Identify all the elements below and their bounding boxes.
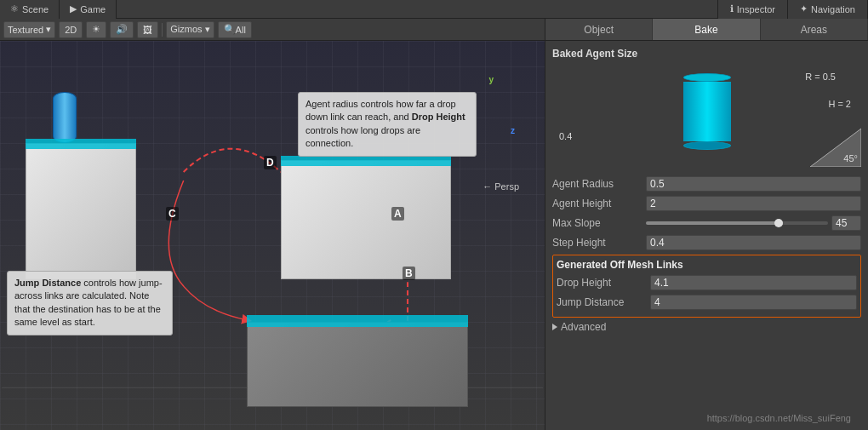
cyl-body [683, 82, 731, 141]
platform-bottom-top [247, 315, 468, 327]
step-height-row: Step Height 0.4 [552, 234, 861, 251]
platform-bottom [247, 322, 468, 407]
agent-height-row: Agent Height 2 [552, 195, 861, 212]
callout-top-bold: Drop Height [412, 112, 465, 122]
cylinder-object [53, 92, 77, 143]
scene-toolbar: Textured ▾ 2D ☀ 🔊 🖼 Gizmos ▾ 🔍 All [0, 19, 545, 41]
game-tab[interactable]: ▶ Game [60, 0, 117, 19]
2d-button[interactable]: 2D [59, 21, 83, 38]
platform-left [26, 143, 136, 279]
scene-tab[interactable]: ⚛ Scene [0, 0, 60, 19]
sun-button[interactable]: ☀ [86, 21, 106, 38]
inspector-tab[interactable]: ℹ Inspector [717, 0, 788, 19]
slider-thumb [774, 219, 783, 227]
navigation-tab-label: Navigation [811, 4, 855, 14]
max-slope-value[interactable]: 45 [831, 215, 861, 231]
drop-height-value[interactable]: 4.1 [650, 275, 857, 290]
platform-right-top [281, 156, 451, 166]
tab-areas[interactable]: Areas [761, 19, 868, 40]
agent-radius-label: Agent Radius [552, 178, 646, 190]
jump-distance-value[interactable]: 4 [650, 295, 857, 310]
audio-button[interactable]: 🔊 [110, 21, 134, 38]
agent-radius-row: Agent Radius 0.5 [552, 175, 861, 192]
offmesh-title: Generated Off Mesh Links [557, 259, 857, 271]
step-height-value[interactable]: 0.4 [646, 235, 861, 250]
jump-distance-row: Jump Distance 4 [557, 294, 857, 311]
jump-distance-label: Jump Distance [557, 296, 650, 308]
search-all[interactable]: 🔍 All [218, 21, 252, 38]
label-c: C [166, 207, 179, 221]
inspector-tab-label: Inspector [737, 4, 775, 14]
advanced-row[interactable]: Advanced [552, 321, 861, 333]
agent-h-label: H = 2 [828, 99, 851, 109]
scene-tab-icon: ⚛ [10, 3, 19, 14]
drop-height-label: Drop Height [557, 277, 650, 289]
max-slope-label: Max Slope [552, 217, 646, 229]
axis-y-label: y [488, 75, 494, 84]
gizmos-dropdown[interactable]: Gizmos ▾ [166, 21, 214, 38]
offmesh-section: Generated Off Mesh Links Drop Height 4.1… [552, 255, 861, 318]
max-slope-row: Max Slope 45 [552, 215, 861, 232]
agent-r-label: R = 0.5 [805, 72, 836, 82]
scene-content: y z ← Persp D C A B Agent radius control… [0, 41, 545, 430]
jump-distance-callout: Jump Distance controls how jump-across l… [7, 271, 173, 335]
label-a: A [391, 207, 404, 221]
navigation-tab[interactable]: ✦ Navigation [788, 0, 868, 19]
game-tab-label: Game [80, 4, 106, 14]
scene-tab-label: Scene [22, 4, 49, 14]
callout-top-text2: controls how long drops are connection. [306, 125, 420, 148]
gizmos-label: Gizmos ▾ [170, 24, 209, 35]
game-tab-icon: ▶ [70, 3, 77, 14]
jump-distance-bold: Jump Distance [14, 278, 81, 288]
label-b: B [403, 267, 415, 280]
agent-height-label: Agent Height [552, 198, 646, 209]
inspector-panel: Object Bake Areas Baked Agent Size 0.4 [545, 19, 868, 430]
textured-label: Textured [8, 25, 43, 35]
top-bar: ⚛ Scene ▶ Game ℹ Inspector ✦ Navigation [0, 0, 868, 19]
max-slope-container: 45 [646, 215, 861, 231]
agent-height-value[interactable]: 2 [646, 196, 861, 211]
step-height-label: Step Height [552, 237, 646, 249]
agent-left-value: 0.4 [559, 131, 572, 141]
inspector-content[interactable]: Baked Agent Size 0.4 R = 0.5 H = 2 [545, 41, 868, 430]
slope-angle-label: 45° [843, 153, 858, 163]
tab-bake[interactable]: Bake [653, 19, 760, 40]
main-content: Textured ▾ 2D ☀ 🔊 🖼 Gizmos ▾ 🔍 All [0, 19, 868, 430]
cyl-top [683, 73, 731, 82]
textured-dropdown[interactable]: Textured ▾ [3, 21, 55, 38]
textured-arrow: ▾ [46, 24, 51, 35]
agent-radius-value[interactable]: 0.5 [646, 176, 861, 192]
tab-object[interactable]: Object [545, 19, 653, 40]
drop-height-row: Drop Height 4.1 [557, 274, 857, 291]
platform-right [281, 160, 451, 279]
separator [162, 23, 163, 37]
advanced-label: Advanced [561, 321, 606, 333]
scene-3d[interactable]: y z ← Persp D C A B Agent radius control… [0, 41, 545, 430]
cyl-bottom [683, 141, 731, 150]
platform-left-top [26, 139, 136, 149]
scene-viewport: Textured ▾ 2D ☀ 🔊 🖼 Gizmos ▾ 🔍 All [0, 19, 545, 430]
all-label: All [236, 25, 246, 35]
agent-viz: 0.4 R = 0.5 H = 2 45° [552, 65, 861, 167]
label-d: D [264, 156, 277, 169]
right-tabs: ℹ Inspector ✦ Navigation [717, 0, 868, 19]
search-icon: 🔍 [224, 24, 236, 35]
nav-sub-tabs: Object Bake Areas [545, 19, 868, 41]
persp-label: ← Persp [483, 181, 519, 192]
axis-z-label: z [511, 126, 515, 135]
baked-agent-size-title: Baked Agent Size [552, 48, 861, 60]
image-button[interactable]: 🖼 [137, 21, 158, 38]
agent-radius-callout: Agent radius controls how far a drop dow… [298, 92, 477, 157]
navigation-icon: ✦ [800, 3, 808, 14]
agent-cylinder-viz [683, 73, 731, 150]
max-slope-slider[interactable] [646, 221, 828, 225]
advanced-triangle-icon [552, 324, 557, 330]
inspector-icon: ℹ [730, 3, 734, 14]
